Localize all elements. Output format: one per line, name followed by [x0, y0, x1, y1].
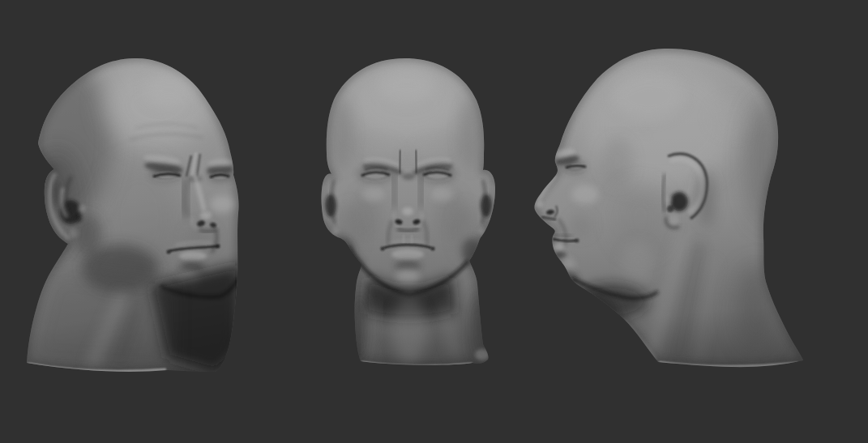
left-eye: [207, 169, 232, 182]
sculpt-viewport[interactable]: [0, 0, 868, 443]
head-three-quarter-view[interactable]: [24, 58, 240, 373]
chin: [396, 269, 420, 285]
left-eye: [420, 166, 455, 182]
head-front-view[interactable]: [322, 58, 496, 366]
right-eye: [357, 166, 393, 182]
head-render-canvas: [0, 0, 868, 443]
right-eye: [150, 168, 182, 181]
head-profile-view[interactable]: [534, 49, 803, 367]
